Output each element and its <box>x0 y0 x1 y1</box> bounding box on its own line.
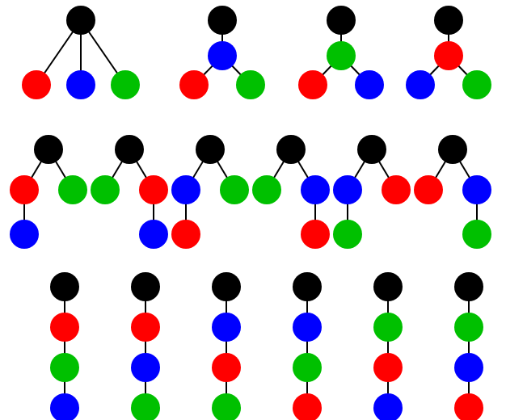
blue-node <box>50 393 79 420</box>
green-node <box>131 393 160 420</box>
green-node <box>462 220 491 249</box>
green-node <box>462 70 491 99</box>
green-node <box>220 175 249 204</box>
tree-r2t5 <box>333 135 411 249</box>
green-node <box>252 175 281 204</box>
blue-node <box>301 175 330 204</box>
root-node <box>50 272 79 301</box>
root-node <box>373 272 403 301</box>
tree-r3t3 <box>212 272 241 420</box>
root-node <box>115 135 144 164</box>
red-node <box>179 70 209 99</box>
red-node <box>212 353 241 382</box>
blue-node <box>212 313 241 342</box>
red-node <box>171 220 200 249</box>
tree-r3t2 <box>131 272 160 420</box>
root-node <box>357 135 386 164</box>
blue-node <box>171 175 200 204</box>
tree-r2t1 <box>10 135 87 249</box>
green-node <box>111 70 140 99</box>
tree-r2t2 <box>91 135 168 249</box>
root-node <box>196 135 225 164</box>
blue-node <box>131 353 160 382</box>
red-node <box>22 70 51 99</box>
green-node <box>333 220 362 249</box>
tree-enumeration-figure <box>0 0 506 420</box>
tree-r3t4 <box>293 272 322 420</box>
tree-r3t1 <box>50 272 79 420</box>
green-node <box>236 70 265 99</box>
blue-node <box>66 70 95 99</box>
green-node <box>293 353 322 382</box>
tree-r1t2 <box>179 6 265 99</box>
red-node <box>131 313 160 342</box>
root-node <box>66 6 95 35</box>
root-node <box>454 272 483 301</box>
blue-node <box>454 353 483 382</box>
red-node <box>298 70 327 99</box>
green-node <box>373 313 403 342</box>
root-node <box>293 272 322 301</box>
red-node <box>434 41 463 70</box>
red-node <box>382 175 411 204</box>
blue-node <box>373 393 403 420</box>
blue-node <box>355 70 384 99</box>
red-node <box>139 175 168 204</box>
root-node <box>434 6 463 35</box>
root-node <box>438 135 467 164</box>
red-node <box>373 353 403 382</box>
tree-r2t6 <box>414 135 491 249</box>
tree-r3t5 <box>373 272 403 420</box>
red-node <box>454 393 483 420</box>
green-node <box>91 175 120 204</box>
tree-r2t3 <box>171 135 249 249</box>
blue-node <box>293 313 322 342</box>
tree-r2t4 <box>252 135 330 249</box>
red-node <box>301 220 330 249</box>
root-node <box>212 272 241 301</box>
tree-r3t6 <box>454 272 483 420</box>
root-node <box>327 6 356 35</box>
root-node <box>208 6 237 35</box>
green-node <box>50 353 79 382</box>
green-node <box>212 393 241 420</box>
green-node <box>454 313 483 342</box>
tree-r1t1 <box>22 6 140 99</box>
root-node <box>276 135 306 164</box>
blue-node <box>10 220 39 249</box>
root-node <box>131 272 160 301</box>
blue-node <box>462 175 491 204</box>
tree-r1t3 <box>298 6 384 99</box>
blue-node <box>208 41 237 70</box>
green-node <box>58 175 87 204</box>
red-node <box>50 313 79 342</box>
red-node <box>414 175 443 204</box>
red-node <box>293 393 322 420</box>
root-node <box>34 135 63 164</box>
tree-r1t4 <box>406 6 491 99</box>
blue-node <box>139 220 168 249</box>
blue-node <box>333 175 362 204</box>
green-node <box>327 41 356 70</box>
blue-node <box>406 70 435 99</box>
red-node <box>10 175 39 204</box>
